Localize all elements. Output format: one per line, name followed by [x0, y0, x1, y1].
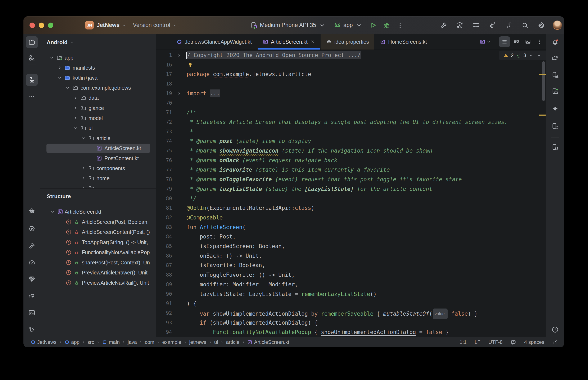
- inspection-widget[interactable]: 2 3: [499, 51, 546, 60]
- warning-stripe-mark[interactable]: [539, 114, 546, 115]
- write-access-icon[interactable]: [552, 340, 558, 345]
- tree-item-postcontent-kt[interactable]: PostContent.kt: [41, 154, 156, 163]
- tree-item-components[interactable]: components: [41, 164, 156, 173]
- more-run-options-button[interactable]: [393, 19, 407, 32]
- code-line[interactable]: 84 post: Post,: [156, 232, 546, 242]
- vcs-widget[interactable]: Version control: [133, 16, 177, 34]
- code-line[interactable]: 17package com.example.jetnews.ui.article: [156, 70, 546, 79]
- chevron-down-icon[interactable]: [49, 55, 55, 61]
- code-line[interactable]: 81@OptIn(ExperimentalMaterial3Api::class…: [156, 203, 546, 213]
- tree-item-articlescreen-kt[interactable]: ArticleScreen.kt: [41, 144, 156, 153]
- feedback-icon[interactable]: [510, 340, 516, 345]
- code-line[interactable]: 80 */: [156, 194, 546, 204]
- code-line[interactable]: 79 * @param lazyListState (state) the [L…: [156, 184, 546, 194]
- chevron-right-icon[interactable]: [81, 175, 86, 181]
- breadcrumb-item[interactable]: ArticleScreen.kt: [247, 339, 289, 345]
- minimize-window-button[interactable]: [39, 22, 44, 28]
- project-view-selector[interactable]: Android: [47, 37, 74, 47]
- intention-bulb-icon[interactable]: [187, 62, 193, 68]
- structure-item[interactable]: PreviewArticleNavRail(): Unit: [41, 278, 156, 287]
- settings-button[interactable]: [535, 19, 548, 32]
- editor-scrollbar[interactable]: [542, 61, 545, 101]
- code-line[interactable]: 76 * @param onBack (event) request navig…: [156, 156, 546, 165]
- structure-item[interactable]: ArticleScreen(Post, Boolean,: [41, 217, 156, 227]
- chevron-right-icon[interactable]: [73, 95, 79, 101]
- breadcrumb-item[interactable]: src: [87, 339, 94, 345]
- chevron-down-icon[interactable]: [57, 75, 62, 81]
- chevron-down-icon[interactable]: [73, 125, 79, 131]
- breadcrumb-item[interactable]: example: [162, 339, 181, 345]
- tree-item-manifests[interactable]: manifests: [41, 63, 156, 72]
- tree-item-article[interactable]: article: [41, 133, 156, 143]
- tab-list-button[interactable]: [499, 36, 510, 47]
- notifications-button[interactable]: [549, 36, 561, 49]
- terminal-tool-button[interactable]: [26, 307, 38, 319]
- problems-tool-button[interactable]: [549, 323, 561, 336]
- code-line[interactable]: 87 isFavorite: Boolean,: [156, 261, 546, 270]
- avatar[interactable]: [553, 20, 562, 30]
- tree-item-kotlin-java[interactable]: kotlin+java: [41, 73, 156, 82]
- gradle-tool-button[interactable]: [549, 52, 561, 64]
- chevron-right-icon[interactable]: [57, 65, 62, 71]
- fullscreen-window-button[interactable]: [48, 22, 53, 28]
- fold-marker-icon[interactable]: [176, 53, 182, 58]
- logcat-tool-button[interactable]: [26, 290, 38, 302]
- project-selector[interactable]: JetNews: [97, 16, 126, 34]
- run-configuration-selector[interactable]: app: [333, 21, 363, 29]
- code-line[interactable]: 89 modifier: Modifier = Modifier,: [156, 280, 546, 289]
- file-encoding[interactable]: UTF-8: [488, 339, 503, 345]
- device-explorer-tool-button[interactable]: [549, 141, 561, 153]
- app-quality-insights-tool-button[interactable]: [26, 273, 38, 285]
- code-line[interactable]: 74 * @param post (state) item to display: [156, 136, 546, 146]
- chevron-right-icon[interactable]: [81, 165, 86, 171]
- close-icon[interactable]: [310, 39, 315, 44]
- tab-jetnewsglanceappwidget-kt[interactable]: JetnewsGlanceAppWidget.kt: [171, 34, 257, 50]
- running-devices-tool-button[interactable]: [549, 85, 561, 97]
- tree-item-app[interactable]: app: [41, 53, 156, 62]
- more-tool-windows-button[interactable]: [26, 90, 38, 102]
- build-tool-button[interactable]: [26, 240, 38, 252]
- device-manager-tool-button[interactable]: [549, 69, 561, 81]
- breadcrumb-item[interactable]: article: [226, 339, 239, 345]
- device-mirroring-tool-button[interactable]: [549, 120, 561, 132]
- split-editor-button[interactable]: [511, 36, 522, 47]
- close-window-button[interactable]: [29, 22, 35, 28]
- sync-gradle-button[interactable]: [453, 19, 466, 32]
- tree-item-home[interactable]: home: [41, 174, 156, 183]
- structure-item[interactable]: PreviewArticleDrawer(): Unit: [41, 268, 156, 277]
- code-line[interactable]: 78 * @param onToggleFavorite (event) req…: [156, 175, 546, 184]
- chevron-down-icon[interactable]: [65, 85, 71, 91]
- code-line[interactable]: 94 FunctionalityNotAvailablePopup { show…: [156, 327, 546, 337]
- breadcrumb-item[interactable]: java: [128, 339, 137, 345]
- code-line[interactable]: 1/ Copyright 2020 The Android Open Sourc…: [156, 51, 546, 60]
- code-line[interactable]: 71/**: [156, 108, 546, 117]
- code-line[interactable]: 72 * Stateless Article Screen that displ…: [156, 117, 546, 127]
- chevron-right-icon[interactable]: [73, 115, 79, 121]
- chevron-down-icon[interactable]: [50, 209, 56, 215]
- code-line[interactable]: 83fun ArticleScreen(: [156, 223, 546, 232]
- structure-item[interactable]: sharePost(Post, Context): Un: [41, 258, 156, 267]
- editor-screenshot-button[interactable]: [523, 36, 533, 47]
- code-area[interactable]: 1/ Copyright 2020 The Android Open Sourc…: [156, 50, 546, 337]
- resource-manager-tool-button[interactable]: [26, 52, 38, 64]
- chevron-down-icon[interactable]: [81, 135, 86, 141]
- breadcrumb-item[interactable]: ui: [214, 339, 218, 345]
- incognito-tool-button[interactable]: [26, 205, 38, 217]
- code-line[interactable]: 73 *: [156, 127, 546, 137]
- code-line[interactable]: 92 var showUnimplementedActionDialog by …: [156, 308, 546, 318]
- device-selector[interactable]: Medium Phone API 35: [250, 21, 326, 29]
- tree-item-data[interactable]: data: [41, 93, 156, 102]
- attach-debugger-button[interactable]: [486, 19, 499, 32]
- play-hexagon-tool-button[interactable]: [26, 223, 38, 235]
- tree-item-model[interactable]: model: [41, 114, 156, 123]
- profiler-tool-button[interactable]: [26, 256, 38, 269]
- tree-item-glance[interactable]: glance: [41, 103, 156, 113]
- code-line[interactable]: 75 * @param showNavigationIcon (state) i…: [156, 146, 546, 156]
- project-tool-button[interactable]: [26, 36, 38, 48]
- profiler-button[interactable]: [469, 19, 483, 32]
- restore-actions-button[interactable]: [502, 19, 515, 32]
- editor-options-button[interactable]: [534, 36, 545, 47]
- breadcrumb-item[interactable]: jetnews: [189, 339, 206, 345]
- warning-stripe-mark[interactable]: [539, 74, 546, 75]
- structure-item[interactable]: ArticleScreen.kt: [41, 207, 156, 216]
